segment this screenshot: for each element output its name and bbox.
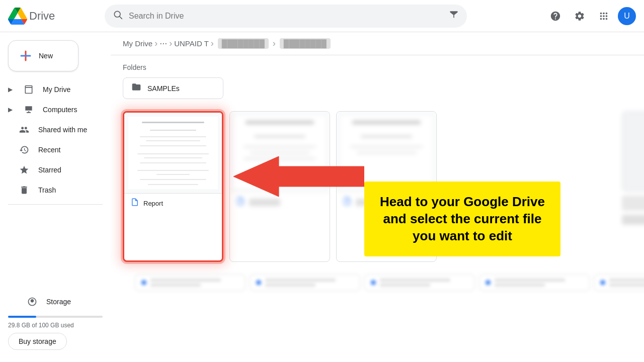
breadcrumb-blurred-2: ████████ <box>280 38 331 49</box>
file-lines-3 <box>380 279 450 287</box>
bottom-file-5 <box>594 274 644 291</box>
folder-item-samples[interactable]: SAMPLEs <box>123 77 223 99</box>
sidebar-item-my-drive[interactable]: ▶ My Drive <box>0 79 103 100</box>
file-line-5b <box>609 284 644 287</box>
sidebar-item-trash[interactable]: Trash <box>0 180 103 200</box>
trash-icon <box>18 185 30 195</box>
file-thumbnail-report <box>124 113 222 193</box>
doc-preview-blurred-3 <box>341 116 432 188</box>
breadcrumb: My Drive › ··· › UNPAID T › ████████ › █… <box>111 32 644 55</box>
sidebar-label-starred: Starred <box>38 166 61 174</box>
buy-storage-button[interactable]: Buy storage <box>8 333 67 350</box>
file-card-blurred-2[interactable]: Blurred file <box>229 111 330 262</box>
bottom-file-1 <box>135 274 246 291</box>
file-card-report[interactable]: Report <box>123 111 223 262</box>
doc-type-icon <box>130 198 139 209</box>
sidebar-label-my-drive: My Drive <box>43 85 70 94</box>
drive-logo-icon <box>8 7 27 26</box>
file-line-5a <box>609 279 644 282</box>
sidebar-item-starred[interactable]: Starred <box>0 160 103 180</box>
storage-section: Storage 29.8 GB of 100 GB used Buy stora… <box>0 284 111 358</box>
sidebar-label-recent: Recent <box>38 146 60 154</box>
header-actions: U <box>545 6 636 26</box>
search-filter-icon[interactable] <box>449 10 459 22</box>
shared-icon <box>18 125 30 135</box>
breadcrumb-sep-1: › <box>154 38 157 49</box>
sidebar-label-shared: Shared with me <box>38 126 87 134</box>
storage-label: Storage <box>46 298 71 306</box>
storage-usage-text: 29.8 GB of 100 GB used <box>8 322 103 329</box>
file-name-blurred-2: Blurred file <box>249 199 280 206</box>
file-lines-5 <box>609 279 644 287</box>
file-line-1a <box>150 279 221 282</box>
sidebar-item-storage[interactable]: Storage <box>8 292 95 312</box>
breadcrumb-folder[interactable]: UNPAID T <box>174 39 209 48</box>
file-lines-1 <box>150 279 221 287</box>
callout-text: Head to your Google Drive and select the… <box>378 194 546 244</box>
help-icon[interactable] <box>545 6 566 26</box>
new-plus-icon <box>19 49 33 63</box>
settings-icon[interactable] <box>570 6 590 26</box>
doc-preview-blurred-2 <box>234 116 326 188</box>
sidebar-item-recent[interactable]: Recent <box>0 140 103 160</box>
breadcrumb-sep-3: › <box>211 38 214 49</box>
sidebar-label-computers: Computers <box>43 106 77 114</box>
file-name-report: Report <box>143 200 163 207</box>
file-line-3b <box>380 284 430 287</box>
my-drive-icon <box>23 84 35 95</box>
breadcrumb-dots[interactable]: ··· <box>159 38 167 49</box>
callout-box: Head to your Google Drive and select the… <box>364 182 560 256</box>
computers-icon <box>23 105 35 115</box>
content-area: My Drive › ··· › UNPAID T › ████████ › █… <box>111 32 644 362</box>
logo-area: Drive <box>8 7 99 26</box>
folders-section-title: Folders <box>123 63 632 71</box>
bottom-file-4 <box>479 274 590 291</box>
file-line-4a <box>495 279 565 282</box>
breadcrumb-sep-4: › <box>273 38 276 49</box>
storage-bar-fill <box>8 316 36 318</box>
starred-icon <box>18 165 30 175</box>
right-blurred-panel <box>622 111 644 225</box>
svg-line-1 <box>120 17 122 19</box>
bottom-file-2 <box>250 274 360 291</box>
file-dot-3 <box>371 280 376 285</box>
file-thumbnail-blurred-3 <box>337 112 436 192</box>
search-icon <box>113 10 123 22</box>
search-bar[interactable] <box>105 5 467 28</box>
file-dot-5 <box>600 280 605 285</box>
bottom-files-row <box>123 270 632 295</box>
breadcrumb-my-drive[interactable]: My Drive <box>123 39 152 48</box>
user-avatar[interactable]: U <box>618 7 636 25</box>
new-button[interactable]: New <box>8 40 78 71</box>
folder-name-samples: SAMPLEs <box>147 84 180 93</box>
expand-icon: ▶ <box>8 86 13 93</box>
file-thumbnail-blurred-2 <box>230 112 330 192</box>
folder-icon <box>131 82 141 95</box>
new-label: New <box>39 52 53 60</box>
file-line-3a <box>380 279 450 282</box>
app-title: Drive <box>29 10 55 23</box>
app-header: Drive U <box>0 0 644 32</box>
sidebar-label-trash: Trash <box>38 186 56 194</box>
file-lines-2 <box>265 279 336 287</box>
search-input[interactable] <box>129 12 443 21</box>
file-line-4b <box>495 284 545 287</box>
bottom-file-3 <box>364 274 475 291</box>
breadcrumb-blurred-1: ████████ <box>218 38 269 49</box>
storage-icon <box>26 297 38 307</box>
file-line-1b <box>150 284 201 287</box>
files-section: Folders SAMPLEs <box>111 55 644 362</box>
doc-type-icon-2 <box>236 197 245 208</box>
file-dot-1 <box>141 280 146 285</box>
sidebar-item-shared[interactable]: Shared with me <box>0 120 103 140</box>
sidebar-divider <box>8 204 103 205</box>
apps-icon[interactable] <box>594 6 614 26</box>
folders-row: SAMPLEs <box>123 77 632 99</box>
file-dot-2 <box>256 280 261 285</box>
sidebar-item-computers[interactable]: ▶ Computers <box>0 100 103 120</box>
file-footer-blurred-2: Blurred file <box>230 192 330 212</box>
recent-icon <box>18 145 30 155</box>
file-footer-report: Report <box>124 193 222 213</box>
breadcrumb-sep-2: › <box>169 38 172 49</box>
file-lines-4 <box>495 279 565 287</box>
